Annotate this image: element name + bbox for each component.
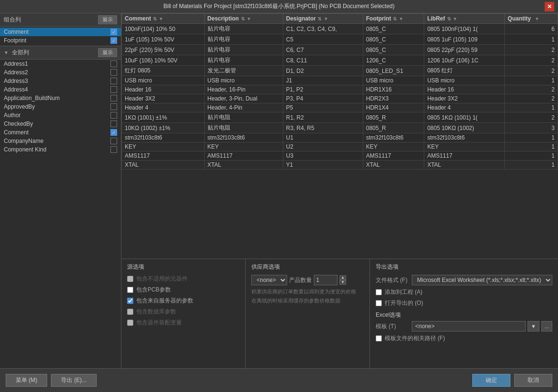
all-col-checkbox[interactable] xyxy=(110,138,117,144)
export-button[interactable]: 导出 (E)... xyxy=(51,374,96,387)
all-col-item[interactable]: CompanyName xyxy=(0,137,121,145)
cell-description: 贴片电容 xyxy=(204,34,283,45)
table-row[interactable]: 10KΩ (1002) ±1%贴片电阻R3, R4, R50805_R0805 … xyxy=(122,123,558,133)
qty-input[interactable] xyxy=(314,275,338,285)
close-button[interactable]: ✕ xyxy=(545,2,554,11)
all-col-label: Address3 xyxy=(4,78,110,84)
add-to-project-checkbox[interactable] xyxy=(376,289,382,295)
table-row[interactable]: 10uF (106) 10% 50V贴片电容C8, C111206_C1206 … xyxy=(122,55,558,66)
all-col-checkbox[interactable] xyxy=(110,95,117,101)
th-inner: Designator⇅▼ xyxy=(286,15,360,22)
cell-designator: C6, C7 xyxy=(283,45,363,55)
sort-icon[interactable]: ⇅ xyxy=(447,16,451,21)
all-col-checkbox[interactable] xyxy=(110,146,117,153)
template-input[interactable] xyxy=(412,321,526,332)
sort-icon[interactable]: ⇅ xyxy=(153,16,157,21)
cell-footprint: HDR1X16 xyxy=(363,85,424,94)
column-header-comment[interactable]: Comment⇅▼ xyxy=(122,14,205,24)
table-row[interactable]: 100nF(104) 10% 50贴片电容C1, C2, C3, C4, C9,… xyxy=(122,24,558,34)
all-col-item[interactable]: CheckedBy xyxy=(0,120,121,128)
window-title: Bill of Materials For Project [stm32f103… xyxy=(13,2,545,10)
export-panel: 导出选项 文件格式 (F) Microsoft Excel Worksheet … xyxy=(370,259,558,368)
group-col-item[interactable]: Footprint✓ xyxy=(0,36,121,45)
filter-icon[interactable]: ▼ xyxy=(453,16,458,21)
all-col-item[interactable]: Address1 xyxy=(0,60,121,68)
all-col-item[interactable]: ApprovedBy xyxy=(0,102,121,111)
source-option-checkbox[interactable] xyxy=(127,298,133,304)
all-col-item[interactable]: Component Kind xyxy=(0,145,121,154)
all-col-checkbox[interactable] xyxy=(110,121,117,127)
table-row[interactable]: 1KΩ (1001) ±1%贴片电阻R1, R20805_R0805 1KΩ (… xyxy=(122,112,558,123)
cell-libref: KEY xyxy=(424,142,505,151)
cell-quantity: 2 xyxy=(505,45,558,55)
source-option-checkbox[interactable] xyxy=(127,287,133,293)
table-row[interactable]: stm32f103c8t6stm32f103c8t6U1stm32f103c8t… xyxy=(122,133,558,142)
group-col-checkbox[interactable]: ✓ xyxy=(110,29,117,35)
qty-down-button[interactable]: ▼ xyxy=(339,280,346,285)
all-col-checkbox[interactable] xyxy=(110,60,117,67)
all-col-checkbox[interactable] xyxy=(110,69,117,76)
all-col-checkbox[interactable] xyxy=(110,78,117,84)
table-row[interactable]: USB microUSB microJ1USB microUSB micro1 xyxy=(122,76,558,85)
cancel-button[interactable]: 取消 xyxy=(514,374,552,387)
filter-icon[interactable]: ▼ xyxy=(399,16,403,21)
all-col-checkbox[interactable] xyxy=(110,103,117,110)
filter-icon[interactable]: ▼ xyxy=(323,16,328,21)
table-row[interactable]: Header 16Header, 16-PinP1, P2HDR1X16Head… xyxy=(122,85,558,94)
source-option-label: 包含PCB参数 xyxy=(136,286,171,294)
table-row[interactable]: 红灯 0805发光二极管D1, D20805_LED_S10805 红灯2 xyxy=(122,66,558,76)
filter-icon[interactable]: ▼ xyxy=(159,16,163,21)
column-header-footprint[interactable]: Footprint⇅▼ xyxy=(363,14,424,24)
table-row[interactable]: KEYKEYU2KEYKEY1 xyxy=(122,142,558,151)
column-header-libref[interactable]: LibRef⇅▼ xyxy=(424,14,505,24)
table-row[interactable]: AMS1117AMS1117U3AMS1117AMS11171 xyxy=(122,151,558,161)
template-file-checkbox[interactable] xyxy=(376,335,382,342)
all-cols-list: Address1Address2Address3Address4Applicat… xyxy=(0,60,121,368)
all-col-item[interactable]: Application_BuildNum xyxy=(0,94,121,102)
column-header-quantity[interactable]: Quantity▼ xyxy=(505,14,558,24)
cell-designator: U3 xyxy=(283,151,363,161)
cell-libref: Header 4 xyxy=(424,103,505,112)
table-row[interactable]: Header 3X2Header, 3-Pin, DualP3, P4HDR2X… xyxy=(122,94,558,103)
menu-button[interactable]: 菜单 (M) xyxy=(6,374,47,387)
column-header-description[interactable]: Description⇅▼ xyxy=(204,14,283,24)
sort-icon[interactable]: ⇅ xyxy=(318,16,321,21)
all-col-item[interactable]: Address3 xyxy=(0,77,121,85)
cell-designator: C5 xyxy=(283,34,363,45)
table-row[interactable]: Header 4Header, 4-PinP5HDR1X4Header 41 xyxy=(122,103,558,112)
all-col-item[interactable]: Address4 xyxy=(0,85,121,94)
table-row[interactable]: 22pF (220) 5% 50V贴片电容C6, C70805_C0805 22… xyxy=(122,45,558,55)
ok-button[interactable]: 确定 xyxy=(472,374,510,387)
sort-icon[interactable]: ⇅ xyxy=(393,16,397,21)
group-cols-show-button[interactable]: 展示 xyxy=(98,15,117,24)
filter-icon[interactable]: ▼ xyxy=(247,16,251,21)
cell-libref: AMS1117 xyxy=(424,151,505,161)
template-extra-button[interactable]: ... xyxy=(541,321,552,332)
cell-description: AMS1117 xyxy=(204,151,283,161)
all-col-checkbox[interactable]: ✓ xyxy=(110,129,117,136)
column-header-designator[interactable]: Designator⇅▼ xyxy=(283,14,363,24)
all-col-label: ApprovedBy xyxy=(4,103,110,110)
all-col-item[interactable]: Author xyxy=(0,111,121,120)
open-exported-checkbox[interactable] xyxy=(376,300,382,306)
supplier-hint1: 积累供应商的订单数量以得到更为便宜的价格 xyxy=(251,288,364,295)
cell-footprint: XTAL xyxy=(363,161,424,170)
file-format-dropdown[interactable]: Microsoft Excel Worksheet (*.xls;*.xlsx;… xyxy=(412,275,552,285)
table-row[interactable]: 1uF (105) 10% 50V贴片电容C50805_C0805 1uF (1… xyxy=(122,34,558,45)
cell-quantity: 3 xyxy=(505,123,558,133)
sort-icon[interactable]: ⇅ xyxy=(241,16,245,21)
filter-icon[interactable]: ▼ xyxy=(535,16,539,21)
all-col-checkbox[interactable] xyxy=(110,112,117,119)
group-col-item[interactable]: Comment✓ xyxy=(0,28,121,36)
supplier-row: <none> 产品数量 ▲ ▼ xyxy=(251,275,364,285)
supplier-dropdown[interactable]: <none> xyxy=(251,275,287,285)
qty-up-button[interactable]: ▲ xyxy=(339,275,346,280)
group-col-checkbox[interactable]: ✓ xyxy=(110,37,117,44)
all-col-checkbox[interactable] xyxy=(110,86,117,93)
all-col-item[interactable]: Comment✓ xyxy=(0,128,121,137)
template-browse-button[interactable]: ▼ xyxy=(528,321,539,332)
cell-description: 发光二极管 xyxy=(204,66,283,76)
table-row[interactable]: XTALXTALY1XTALXTAL1 xyxy=(122,161,558,170)
all-cols-show-button[interactable]: 展示 xyxy=(98,48,117,57)
all-col-item[interactable]: Address2 xyxy=(0,68,121,77)
